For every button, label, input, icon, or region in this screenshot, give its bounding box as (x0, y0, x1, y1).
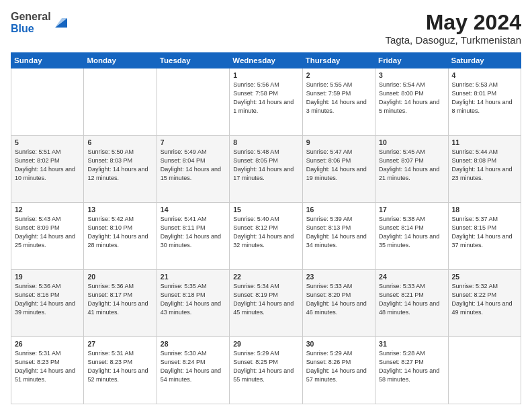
day-number: 20 (87, 273, 152, 281)
weekday-header: Friday (375, 53, 448, 68)
day-number: 29 (233, 340, 298, 348)
weekday-header: Saturday (448, 53, 521, 68)
calendar-cell: 30 Sunrise: 5:29 AMSunset: 8:26 PMDaylig… (302, 337, 375, 404)
day-info: Sunrise: 5:56 AMSunset: 7:58 PMDaylight:… (233, 81, 298, 116)
day-info: Sunrise: 5:39 AMSunset: 8:13 PMDaylight:… (306, 215, 371, 250)
day-info: Sunrise: 5:30 AMSunset: 8:24 PMDaylight:… (161, 349, 226, 384)
day-info: Sunrise: 5:48 AMSunset: 8:05 PMDaylight:… (233, 148, 298, 183)
weekday-header-row: SundayMondayTuesdayWednesdayThursdayFrid… (11, 53, 521, 68)
calendar-cell: 13 Sunrise: 5:42 AMSunset: 8:10 PMDaylig… (84, 203, 157, 270)
day-info: Sunrise: 5:41 AMSunset: 8:11 PMDaylight:… (161, 215, 226, 250)
calendar-cell: 17 Sunrise: 5:38 AMSunset: 8:14 PMDaylig… (375, 203, 448, 270)
day-info: Sunrise: 5:34 AMSunset: 8:19 PMDaylight:… (233, 282, 298, 317)
weekday-header: Tuesday (157, 53, 229, 68)
calendar-cell: 31 Sunrise: 5:28 AMSunset: 8:27 PMDaylig… (375, 337, 448, 404)
calendar-cell: 29 Sunrise: 5:29 AMSunset: 8:25 PMDaylig… (230, 337, 302, 404)
day-number: 9 (306, 138, 371, 146)
day-number: 10 (379, 138, 444, 146)
day-number: 16 (306, 205, 371, 214)
calendar-cell: 21 Sunrise: 5:35 AMSunset: 8:18 PMDaylig… (157, 270, 229, 337)
calendar-cell: 24 Sunrise: 5:33 AMSunset: 8:21 PMDaylig… (375, 270, 448, 337)
calendar-cell: 16 Sunrise: 5:39 AMSunset: 8:13 PMDaylig… (302, 203, 375, 270)
day-number: 12 (15, 205, 80, 214)
calendar-week-row: 5 Sunrise: 5:51 AMSunset: 8:02 PMDayligh… (11, 136, 521, 203)
calendar-cell: 12 Sunrise: 5:43 AMSunset: 8:09 PMDaylig… (11, 203, 84, 270)
day-info: Sunrise: 5:53 AMSunset: 8:01 PMDaylight:… (452, 81, 517, 116)
calendar-cell: 25 Sunrise: 5:32 AMSunset: 8:22 PMDaylig… (448, 270, 521, 337)
day-info: Sunrise: 5:55 AMSunset: 7:59 PMDaylight:… (306, 81, 371, 116)
day-number: 24 (379, 273, 444, 281)
calendar-cell (11, 68, 84, 136)
day-number: 17 (379, 205, 444, 214)
day-info: Sunrise: 5:54 AMSunset: 8:00 PMDaylight:… (379, 81, 444, 116)
day-info: Sunrise: 5:38 AMSunset: 8:14 PMDaylight:… (379, 215, 444, 250)
calendar-cell: 11 Sunrise: 5:44 AMSunset: 8:08 PMDaylig… (448, 136, 521, 203)
day-info: Sunrise: 5:29 AMSunset: 8:25 PMDaylight:… (233, 349, 298, 384)
day-number: 15 (233, 205, 298, 214)
weekday-header: Thursday (302, 53, 375, 68)
calendar-cell: 7 Sunrise: 5:49 AMSunset: 8:04 PMDayligh… (157, 136, 229, 203)
weekday-header: Monday (84, 53, 157, 68)
header: General Blue May 2024 Tagta, Dasoguz, Tu… (11, 11, 521, 46)
calendar-cell: 26 Sunrise: 5:31 AMSunset: 8:23 PMDaylig… (11, 337, 84, 404)
day-number: 25 (452, 273, 517, 281)
day-number: 8 (233, 138, 298, 146)
day-info: Sunrise: 5:49 AMSunset: 8:04 PMDaylight:… (161, 148, 226, 183)
calendar-week-row: 26 Sunrise: 5:31 AMSunset: 8:23 PMDaylig… (11, 337, 521, 404)
day-number: 27 (87, 340, 152, 348)
calendar-cell (448, 337, 521, 404)
day-info: Sunrise: 5:31 AMSunset: 8:23 PMDaylight:… (15, 349, 80, 384)
calendar-cell: 3 Sunrise: 5:54 AMSunset: 8:00 PMDayligh… (375, 68, 448, 136)
day-info: Sunrise: 5:36 AMSunset: 8:17 PMDaylight:… (87, 282, 152, 317)
calendar-cell: 8 Sunrise: 5:48 AMSunset: 8:05 PMDayligh… (230, 136, 302, 203)
day-number: 14 (161, 205, 226, 214)
day-number: 2 (306, 71, 371, 79)
day-info: Sunrise: 5:33 AMSunset: 8:20 PMDaylight:… (306, 282, 371, 317)
calendar-cell: 5 Sunrise: 5:51 AMSunset: 8:02 PMDayligh… (11, 136, 84, 203)
day-number: 30 (306, 340, 371, 348)
logo-triangle-icon (52, 15, 67, 30)
calendar-cell: 2 Sunrise: 5:55 AMSunset: 7:59 PMDayligh… (302, 68, 375, 136)
day-info: Sunrise: 5:44 AMSunset: 8:08 PMDaylight:… (452, 148, 517, 183)
day-info: Sunrise: 5:28 AMSunset: 8:27 PMDaylight:… (379, 349, 444, 384)
calendar-cell: 19 Sunrise: 5:36 AMSunset: 8:16 PMDaylig… (11, 270, 84, 337)
day-info: Sunrise: 5:31 AMSunset: 8:23 PMDaylight:… (87, 349, 152, 384)
day-info: Sunrise: 5:42 AMSunset: 8:10 PMDaylight:… (87, 215, 152, 250)
calendar-cell: 9 Sunrise: 5:47 AMSunset: 8:06 PMDayligh… (302, 136, 375, 203)
calendar-table: SundayMondayTuesdayWednesdayThursdayFrid… (11, 52, 521, 404)
day-number: 3 (379, 71, 444, 79)
day-info: Sunrise: 5:32 AMSunset: 8:22 PMDaylight:… (452, 282, 517, 317)
calendar-week-row: 12 Sunrise: 5:43 AMSunset: 8:09 PMDaylig… (11, 203, 521, 270)
calendar-cell (84, 68, 157, 136)
day-info: Sunrise: 5:45 AMSunset: 8:07 PMDaylight:… (379, 148, 444, 183)
logo-blue: Blue (11, 23, 51, 35)
calendar-cell: 23 Sunrise: 5:33 AMSunset: 8:20 PMDaylig… (302, 270, 375, 337)
day-number: 31 (379, 340, 444, 348)
day-number: 11 (452, 138, 517, 146)
day-number: 13 (87, 205, 152, 214)
day-info: Sunrise: 5:35 AMSunset: 8:18 PMDaylight:… (161, 282, 226, 317)
day-number: 19 (15, 273, 80, 281)
calendar-cell: 14 Sunrise: 5:41 AMSunset: 8:11 PMDaylig… (157, 203, 229, 270)
calendar-cell: 4 Sunrise: 5:53 AMSunset: 8:01 PMDayligh… (448, 68, 521, 136)
day-number: 23 (306, 273, 371, 281)
location: Tagta, Dasoguz, Turkmenistan (385, 34, 521, 46)
calendar-cell: 28 Sunrise: 5:30 AMSunset: 8:24 PMDaylig… (157, 337, 229, 404)
calendar-cell: 10 Sunrise: 5:45 AMSunset: 8:07 PMDaylig… (375, 136, 448, 203)
weekday-header: Wednesday (230, 53, 302, 68)
page: General Blue May 2024 Tagta, Dasoguz, Tu… (0, 0, 532, 411)
title-block: May 2024 Tagta, Dasoguz, Turkmenistan (385, 11, 521, 46)
day-info: Sunrise: 5:37 AMSunset: 8:15 PMDaylight:… (452, 215, 517, 250)
day-info: Sunrise: 5:33 AMSunset: 8:21 PMDaylight:… (379, 282, 444, 317)
day-info: Sunrise: 5:47 AMSunset: 8:06 PMDaylight:… (306, 148, 371, 183)
calendar-cell: 20 Sunrise: 5:36 AMSunset: 8:17 PMDaylig… (84, 270, 157, 337)
day-info: Sunrise: 5:50 AMSunset: 8:03 PMDaylight:… (87, 148, 152, 183)
day-number: 7 (161, 138, 226, 146)
calendar-cell: 15 Sunrise: 5:40 AMSunset: 8:12 PMDaylig… (230, 203, 302, 270)
day-number: 1 (233, 71, 298, 79)
calendar-cell (157, 68, 229, 136)
calendar-cell: 6 Sunrise: 5:50 AMSunset: 8:03 PMDayligh… (84, 136, 157, 203)
day-number: 4 (452, 71, 517, 79)
logo: General Blue (11, 11, 67, 34)
day-info: Sunrise: 5:29 AMSunset: 8:26 PMDaylight:… (306, 349, 371, 384)
